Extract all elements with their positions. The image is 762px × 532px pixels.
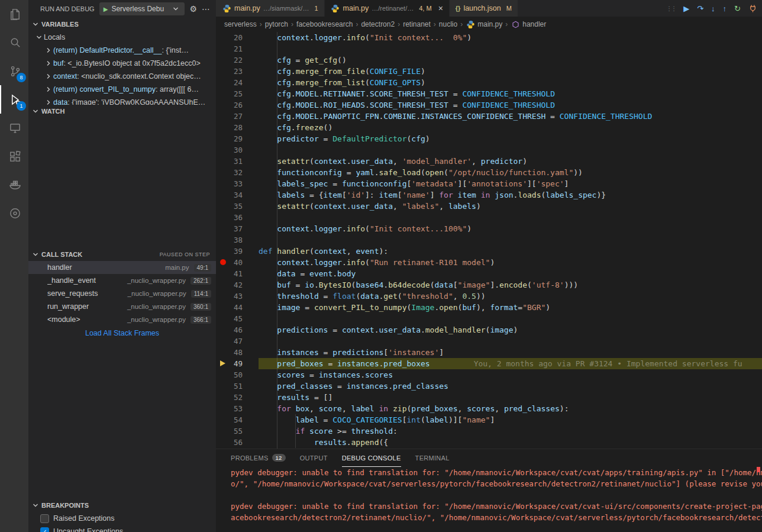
code-line[interactable]: 54 label = COCO_CATEGORIES[int(label)]["… xyxy=(216,414,762,425)
breadcrumb-item[interactable]: retinanet xyxy=(403,20,431,28)
gutter[interactable]: 32 xyxy=(216,167,259,178)
activity-item-live-share[interactable] xyxy=(0,199,28,227)
code-line[interactable]: 22 cfg = get_cfg() xyxy=(216,54,762,66)
code-line[interactable]: 47 xyxy=(216,336,762,347)
stack-frame[interactable]: <module>_nuclio_wrapper.py366:1 xyxy=(28,313,216,326)
stack-frame[interactable]: _handle_event_nuclio_wrapper.py262:1 xyxy=(28,274,216,287)
variable-row[interactable]: context: <nuclio_sdk.context.Context obj… xyxy=(28,70,216,83)
gutter[interactable]: 55 xyxy=(216,425,259,437)
locals-row[interactable]: Locals xyxy=(28,31,216,44)
code-line[interactable]: 41 data = event.body xyxy=(216,268,762,279)
code-line[interactable]: 21 xyxy=(216,43,762,54)
code-line[interactable]: 31 setattr(context.user_data, 'model_han… xyxy=(216,156,762,167)
gutter[interactable]: 25 xyxy=(216,88,259,99)
gutter[interactable]: 53 xyxy=(216,403,259,414)
code-line[interactable]: 38 xyxy=(216,234,762,246)
code-line[interactable]: 39def handler(context, event): xyxy=(216,246,762,257)
code-line[interactable]: 27 cfg.MODEL.PANOPTIC_FPN.COMBINE.INSTAN… xyxy=(216,111,762,122)
code-line[interactable]: 34 labels = {item['id']: item['name'] fo… xyxy=(216,189,762,201)
code-line[interactable]: 52 results = [] xyxy=(216,392,762,403)
breadcrumb-item[interactable]: facebookresearch xyxy=(296,20,353,28)
code-line[interactable]: 33 labels_spec = functionconfig['metadat… xyxy=(216,178,762,189)
disconnect-icon[interactable] xyxy=(748,4,757,13)
continue-icon[interactable]: ▶ xyxy=(683,4,689,13)
activity-item-explorer[interactable] xyxy=(0,0,28,28)
stack-frame[interactable]: handlermain.py49:1 xyxy=(28,261,216,274)
breakpoint-row[interactable]: Raised Exceptions xyxy=(28,512,216,525)
gutter[interactable]: 31 xyxy=(216,156,259,167)
gutter[interactable]: 36 xyxy=(216,212,259,223)
gutter[interactable]: 20 xyxy=(216,32,259,43)
code-line[interactable]: 48 instances = predictions['instances'] xyxy=(216,347,762,358)
checkbox[interactable] xyxy=(40,514,49,523)
gutter[interactable]: 27 xyxy=(216,111,259,122)
activity-item-search[interactable] xyxy=(0,28,28,57)
debug-console-output[interactable]: pydev debugger: unable to find translati… xyxy=(216,467,762,532)
gutter[interactable]: 24 xyxy=(216,77,259,88)
code-line[interactable]: 43 threshold = float(data.get("threshold… xyxy=(216,291,762,302)
editor-tab[interactable]: {}launch.jsonM xyxy=(450,0,518,17)
code-line[interactable]: 28 cfg.freeze() xyxy=(216,122,762,133)
gutter[interactable]: 37 xyxy=(216,223,259,234)
stack-frame[interactable]: run_wrapper_nuclio_wrapper.py360:1 xyxy=(28,300,216,313)
code-line[interactable]: 20 context.logger.info("Init context... … xyxy=(216,32,762,43)
gutter[interactable]: 44 xyxy=(216,302,259,313)
gutter[interactable]: 38 xyxy=(216,234,259,246)
gutter[interactable]: 46 xyxy=(216,324,259,336)
gutter[interactable]: 47 xyxy=(216,336,259,347)
code-line[interactable]: 32 functionconfig = yaml.safe_load(open(… xyxy=(216,167,762,178)
activity-item-extensions[interactable] xyxy=(0,142,28,170)
breadcrumb-item[interactable]: main.py xyxy=(466,20,502,29)
gear-icon[interactable]: ⚙ xyxy=(189,5,197,13)
gutter[interactable]: 23 xyxy=(216,66,259,77)
watch-header[interactable]: WATCH xyxy=(28,105,216,118)
load-all-stack-frames-link[interactable]: Load All Stack Frames xyxy=(28,329,216,337)
code-line[interactable]: 37 context.logger.info("Init context...1… xyxy=(216,223,762,234)
breadcrumb-item[interactable]: serverless xyxy=(224,20,257,28)
breadcrumb-item[interactable]: detectron2 xyxy=(361,20,395,28)
activity-item-source-control[interactable]: 8 xyxy=(0,57,28,85)
checkbox[interactable]: ✓ xyxy=(40,527,49,532)
close-icon[interactable]: × xyxy=(438,4,443,13)
code-line[interactable]: 44 image = convert_PIL_to_numpy(Image.op… xyxy=(216,302,762,313)
step-out-icon[interactable]: ↑ xyxy=(723,4,727,13)
gutter[interactable]: 54 xyxy=(216,414,259,425)
activity-item-remote-explorer[interactable] xyxy=(0,114,28,142)
editor-tab[interactable]: main.py…/retinanet/…4, M× xyxy=(325,0,450,17)
gutter[interactable]: 51 xyxy=(216,381,259,392)
gutter[interactable]: 52 xyxy=(216,392,259,403)
code-line[interactable]: 36 xyxy=(216,212,762,223)
step-over-icon[interactable]: ↷ xyxy=(697,4,703,13)
panel-tab-terminal[interactable]: TERMINAL xyxy=(415,449,450,467)
code-line[interactable]: 24 cfg.merge_from_list(CONFIG_OPTS) xyxy=(216,77,762,88)
code-line[interactable]: 30 xyxy=(216,144,762,156)
activity-item-run-debug[interactable]: 1 xyxy=(0,85,28,114)
call-stack-header[interactable]: CALL STACK PAUSED ON STEP xyxy=(28,248,216,261)
gutter[interactable]: 39 xyxy=(216,246,259,257)
code-line[interactable]: 35 setattr(context.user_data, "labels", … xyxy=(216,201,762,212)
code-line[interactable]: 50 scores = instances.scores xyxy=(216,369,762,381)
breadcrumb-item[interactable]: nuclio xyxy=(439,20,457,28)
debug-config-dropdown[interactable]: ▶ Serverless Debu xyxy=(99,2,185,15)
step-into-icon[interactable]: ↓ xyxy=(711,4,715,13)
panel-tab-output[interactable]: OUTPUT xyxy=(300,449,328,467)
gutter[interactable]: 26 xyxy=(216,99,259,111)
gutter[interactable]: 43 xyxy=(216,291,259,302)
gutter[interactable]: 49 xyxy=(216,358,259,369)
restart-icon[interactable]: ↻ xyxy=(734,4,741,13)
code-line[interactable]: 53 for box, score, label in zip(pred_box… xyxy=(216,403,762,414)
code-line[interactable]: 46 predictions = context.user_data.model… xyxy=(216,324,762,336)
gutter[interactable]: 28 xyxy=(216,122,259,133)
gutter[interactable]: 29 xyxy=(216,133,259,144)
stack-frame[interactable]: serve_requests_nuclio_wrapper.py114:1 xyxy=(28,287,216,300)
variable-row[interactable]: buf: <_io.BytesIO object at 0x7f5a2dc1ec… xyxy=(28,57,216,70)
code-line[interactable]: 40 context.logger.info("Run retinanet-R1… xyxy=(216,257,762,268)
code-line[interactable]: 26 cfg.MODEL.ROI_HEADS.SCORE_THRESH_TEST… xyxy=(216,99,762,111)
gutter[interactable]: 50 xyxy=(216,369,259,381)
gutter[interactable]: 45 xyxy=(216,313,259,324)
gutter[interactable]: 22 xyxy=(216,54,259,66)
panel-tab-debug-console[interactable]: DEBUG CONSOLE xyxy=(342,449,401,467)
activity-item-docker[interactable] xyxy=(0,170,28,199)
gutter[interactable]: 21 xyxy=(216,43,259,54)
editor-tab[interactable]: main.py…/siammask/…1 xyxy=(216,0,325,17)
